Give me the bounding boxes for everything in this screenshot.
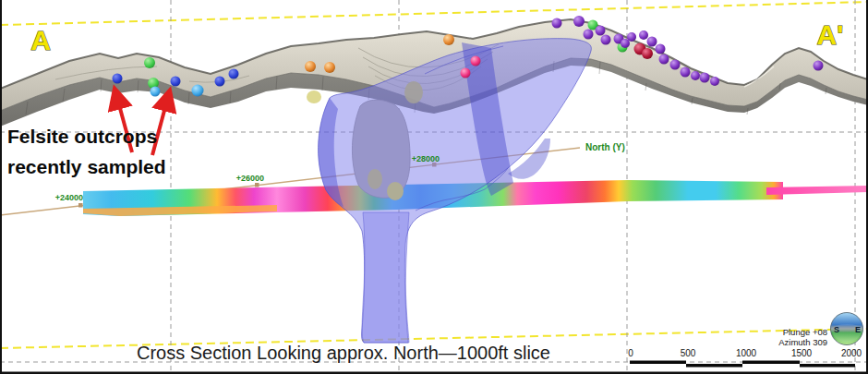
plunge-label: Plunge +08 [783, 327, 827, 337]
collar-dot-purple [596, 26, 606, 36]
section-label-a-prime: A' [817, 19, 844, 50]
axis-tick-label-26000: +26000 [236, 174, 264, 183]
compass-east-letter: E [855, 325, 861, 334]
scale-tick-1500: 1500 [791, 348, 813, 358]
collar-dot-cyan [192, 85, 204, 97]
collar-dot-purple [691, 71, 700, 80]
collar-dot-orange [305, 61, 316, 72]
collar-dot-blue [229, 69, 239, 79]
collar-dot-purple [573, 16, 585, 27]
azimuth-label: Azimuth 309 [778, 337, 827, 347]
collar-dot-pink [461, 68, 471, 78]
axis-name-label: North (Y) [585, 142, 625, 152]
collar-dot-pink [471, 56, 481, 66]
annotation-line2: recently sampled [7, 156, 166, 177]
collar-dot-purple [710, 77, 719, 86]
collar-dot-purple [670, 60, 681, 70]
collar-dot-purple [647, 37, 657, 47]
compass-south-letter: S [834, 325, 839, 334]
scale-tick-2000: 2000 [841, 348, 862, 358]
collar-dot-purple [627, 32, 636, 42]
collar-dot-orange [324, 62, 335, 73]
scale-tick-500: 500 [681, 348, 696, 358]
axis-tick-label-28000: +28000 [412, 154, 440, 163]
collar-dot-purple [552, 18, 562, 29]
scale-tick-1000: 1000 [736, 348, 757, 358]
figure-caption: Cross Section Looking approx. North—1000… [137, 343, 550, 363]
collar-dot-purple [700, 73, 710, 83]
view-orientation-info: Plunge +08 Azimuth 309 [778, 327, 827, 347]
collar-dot-purple [814, 61, 824, 71]
collar-dot-purple [601, 35, 611, 45]
felsite-patch [307, 90, 321, 103]
scale-tick-0: 0 [628, 348, 633, 358]
collar-dot-purple [584, 30, 594, 40]
collar-dot-blue [113, 74, 123, 84]
collar-dot-purple [656, 44, 666, 54]
collar-dot-purple [681, 67, 691, 78]
collar-dot-orange [443, 34, 454, 45]
section-label-a: A [30, 25, 51, 55]
viewport-3d[interactable]: Felsite outcrops recently sampled A A' +… [0, 0, 868, 374]
annotation-line1: Felsite outcrops [7, 126, 157, 147]
collar-dot-blue [171, 77, 181, 87]
intrusion-stem [362, 212, 409, 343]
collar-dot-crimson [642, 48, 653, 59]
collar-dot-purple [659, 54, 669, 65]
collar-dot-cyan [151, 87, 161, 97]
collar-dot-green [144, 57, 155, 68]
compass-globe[interactable]: S E [831, 313, 863, 345]
collar-dot-purple [639, 30, 648, 40]
axis-tick-24000 [78, 203, 83, 208]
collar-dot-blue [215, 77, 225, 87]
axis-tick-26000 [255, 183, 259, 187]
cross-section-figure: Felsite outcrops recently sampled A A' +… [0, 0, 868, 374]
axis-tick-label-24000: +24000 [55, 193, 83, 202]
scale-bar: 0 500 1000 1500 2000 [628, 348, 862, 368]
